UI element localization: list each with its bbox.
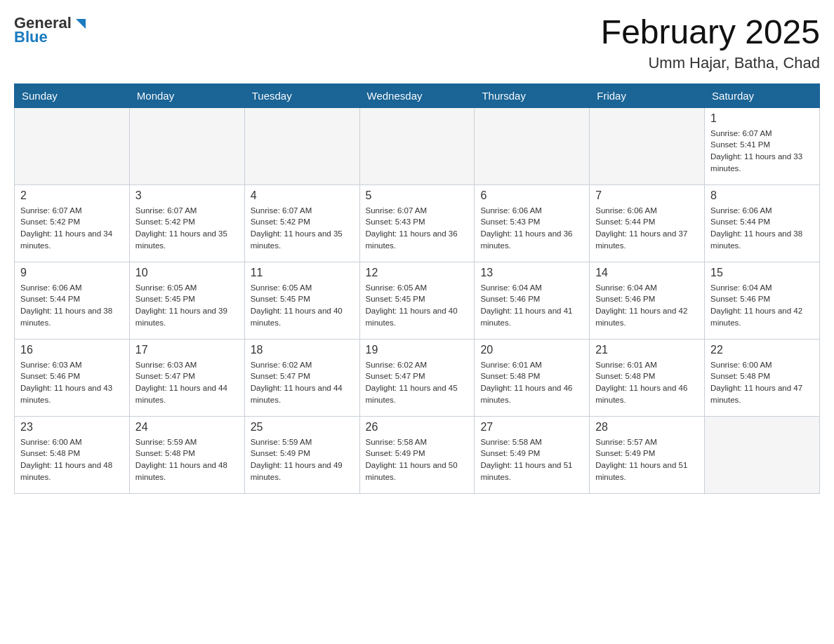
calendar-cell: 22Sunrise: 6:00 AMSunset: 5:48 PMDayligh…	[705, 339, 820, 416]
day-info: Sunrise: 6:06 AMSunset: 5:44 PMDaylight:…	[710, 205, 814, 252]
svg-marker-0	[76, 19, 86, 29]
day-number: 27	[480, 421, 583, 434]
calendar-cell: 13Sunrise: 6:04 AMSunset: 5:46 PMDayligh…	[475, 262, 590, 339]
day-info: Sunrise: 6:07 AMSunset: 5:42 PMDaylight:…	[251, 205, 354, 252]
weekday-header-row: SundayMondayTuesdayWednesdayThursdayFrid…	[15, 83, 820, 107]
calendar-cell	[359, 107, 475, 185]
day-info: Sunrise: 5:57 AMSunset: 5:49 PMDaylight:…	[595, 436, 699, 483]
day-info: Sunrise: 6:05 AMSunset: 5:45 PMDaylight:…	[135, 282, 239, 329]
day-number: 4	[251, 189, 354, 202]
calendar-cell: 26Sunrise: 5:58 AMSunset: 5:49 PMDayligh…	[359, 416, 475, 493]
day-number: 8	[710, 189, 814, 202]
calendar-cell: 8Sunrise: 6:06 AMSunset: 5:44 PMDaylight…	[705, 185, 820, 262]
day-info: Sunrise: 6:04 AMSunset: 5:46 PMDaylight:…	[595, 282, 699, 329]
day-number: 22	[710, 344, 814, 356]
day-info: Sunrise: 6:06 AMSunset: 5:44 PMDaylight:…	[595, 205, 699, 252]
calendar-cell: 9Sunrise: 6:06 AMSunset: 5:44 PMDaylight…	[15, 262, 130, 339]
day-info: Sunrise: 6:02 AMSunset: 5:47 PMDaylight:…	[366, 359, 469, 406]
weekday-header-monday: Monday	[129, 83, 244, 107]
day-number: 24	[135, 421, 239, 434]
calendar-table: SundayMondayTuesdayWednesdayThursdayFrid…	[14, 83, 820, 494]
calendar-cell: 25Sunrise: 5:59 AMSunset: 5:49 PMDayligh…	[244, 416, 359, 493]
calendar-cell: 3Sunrise: 6:07 AMSunset: 5:42 PMDaylight…	[129, 185, 244, 262]
day-info: Sunrise: 5:58 AMSunset: 5:49 PMDaylight:…	[366, 436, 469, 483]
calendar-week-row: 23Sunrise: 6:00 AMSunset: 5:48 PMDayligh…	[15, 416, 820, 493]
day-info: Sunrise: 6:01 AMSunset: 5:48 PMDaylight:…	[480, 359, 583, 406]
day-info: Sunrise: 6:07 AMSunset: 5:43 PMDaylight:…	[366, 205, 469, 252]
calendar-cell: 18Sunrise: 6:02 AMSunset: 5:47 PMDayligh…	[244, 339, 359, 416]
calendar-cell	[129, 107, 244, 185]
day-number: 14	[595, 267, 699, 279]
weekday-header-thursday: Thursday	[475, 83, 590, 107]
calendar-cell: 7Sunrise: 6:06 AMSunset: 5:44 PMDaylight…	[590, 185, 705, 262]
day-info: Sunrise: 6:07 AMSunset: 5:41 PMDaylight:…	[710, 128, 814, 175]
calendar-cell: 20Sunrise: 6:01 AMSunset: 5:48 PMDayligh…	[475, 339, 590, 416]
calendar-cell: 12Sunrise: 6:05 AMSunset: 5:45 PMDayligh…	[359, 262, 475, 339]
day-info: Sunrise: 6:04 AMSunset: 5:46 PMDaylight:…	[710, 282, 814, 329]
day-info: Sunrise: 6:06 AMSunset: 5:43 PMDaylight:…	[480, 205, 583, 252]
calendar-cell: 16Sunrise: 6:03 AMSunset: 5:46 PMDayligh…	[15, 339, 130, 416]
day-number: 18	[251, 344, 354, 356]
logo-triangle-icon	[73, 16, 88, 32]
day-info: Sunrise: 6:04 AMSunset: 5:46 PMDaylight:…	[480, 282, 583, 329]
day-number: 26	[366, 421, 469, 434]
day-number: 15	[710, 267, 814, 279]
day-info: Sunrise: 6:07 AMSunset: 5:42 PMDaylight:…	[135, 205, 239, 252]
day-number: 6	[480, 189, 583, 202]
calendar-cell: 6Sunrise: 6:06 AMSunset: 5:43 PMDaylight…	[475, 185, 590, 262]
calendar-subtitle: Umm Hajar, Batha, Chad	[601, 54, 820, 72]
day-number: 13	[480, 267, 583, 279]
day-number: 17	[135, 344, 239, 356]
day-number: 10	[135, 267, 239, 279]
day-info: Sunrise: 6:03 AMSunset: 5:46 PMDaylight:…	[20, 359, 124, 406]
calendar-title-block: February 2025 Umm Hajar, Batha, Chad	[601, 14, 820, 72]
calendar-week-row: 16Sunrise: 6:03 AMSunset: 5:46 PMDayligh…	[15, 339, 820, 416]
calendar-cell: 28Sunrise: 5:57 AMSunset: 5:49 PMDayligh…	[590, 416, 705, 493]
calendar-cell: 27Sunrise: 5:58 AMSunset: 5:49 PMDayligh…	[475, 416, 590, 493]
day-info: Sunrise: 6:01 AMSunset: 5:48 PMDaylight:…	[595, 359, 699, 406]
calendar-cell	[705, 416, 820, 493]
day-number: 9	[20, 267, 124, 279]
day-number: 1	[710, 112, 814, 125]
day-number: 5	[366, 189, 469, 202]
weekday-header-tuesday: Tuesday	[244, 83, 359, 107]
day-number: 11	[251, 267, 354, 279]
day-info: Sunrise: 6:00 AMSunset: 5:48 PMDaylight:…	[20, 436, 124, 483]
weekday-header-saturday: Saturday	[705, 83, 820, 107]
calendar-week-row: 2Sunrise: 6:07 AMSunset: 5:42 PMDaylight…	[15, 185, 820, 262]
calendar-cell	[590, 107, 705, 185]
calendar-week-row: 1Sunrise: 6:07 AMSunset: 5:41 PMDaylight…	[15, 107, 820, 185]
calendar-header: SundayMondayTuesdayWednesdayThursdayFrid…	[15, 83, 820, 107]
day-info: Sunrise: 6:02 AMSunset: 5:47 PMDaylight:…	[251, 359, 354, 406]
day-info: Sunrise: 5:59 AMSunset: 5:49 PMDaylight:…	[251, 436, 354, 483]
calendar-cell: 10Sunrise: 6:05 AMSunset: 5:45 PMDayligh…	[129, 262, 244, 339]
calendar-cell: 1Sunrise: 6:07 AMSunset: 5:41 PMDaylight…	[705, 107, 820, 185]
calendar-cell	[244, 107, 359, 185]
calendar-title: February 2025	[601, 14, 820, 51]
day-info: Sunrise: 6:00 AMSunset: 5:48 PMDaylight:…	[710, 359, 814, 406]
page-header: General Blue February 2025 Umm Hajar, Ba…	[14, 14, 820, 72]
calendar-cell: 21Sunrise: 6:01 AMSunset: 5:48 PMDayligh…	[590, 339, 705, 416]
day-info: Sunrise: 6:07 AMSunset: 5:42 PMDaylight:…	[20, 205, 124, 252]
calendar-cell: 19Sunrise: 6:02 AMSunset: 5:47 PMDayligh…	[359, 339, 475, 416]
day-info: Sunrise: 5:59 AMSunset: 5:48 PMDaylight:…	[135, 436, 239, 483]
weekday-header-wednesday: Wednesday	[359, 83, 475, 107]
day-number: 3	[135, 189, 239, 202]
day-number: 28	[595, 421, 699, 434]
day-number: 25	[251, 421, 354, 434]
calendar-cell: 23Sunrise: 6:00 AMSunset: 5:48 PMDayligh…	[15, 416, 130, 493]
day-info: Sunrise: 6:03 AMSunset: 5:47 PMDaylight:…	[135, 359, 239, 406]
day-number: 19	[366, 344, 469, 356]
calendar-cell: 5Sunrise: 6:07 AMSunset: 5:43 PMDaylight…	[359, 185, 475, 262]
day-number: 16	[20, 344, 124, 356]
calendar-cell: 14Sunrise: 6:04 AMSunset: 5:46 PMDayligh…	[590, 262, 705, 339]
weekday-header-sunday: Sunday	[15, 83, 130, 107]
calendar-cell: 4Sunrise: 6:07 AMSunset: 5:42 PMDaylight…	[244, 185, 359, 262]
calendar-cell: 17Sunrise: 6:03 AMSunset: 5:47 PMDayligh…	[129, 339, 244, 416]
day-number: 7	[595, 189, 699, 202]
logo: General Blue	[14, 14, 88, 46]
day-info: Sunrise: 6:06 AMSunset: 5:44 PMDaylight:…	[20, 282, 124, 329]
logo-blue-text: Blue	[14, 28, 48, 46]
calendar-cell: 2Sunrise: 6:07 AMSunset: 5:42 PMDaylight…	[15, 185, 130, 262]
calendar-week-row: 9Sunrise: 6:06 AMSunset: 5:44 PMDaylight…	[15, 262, 820, 339]
